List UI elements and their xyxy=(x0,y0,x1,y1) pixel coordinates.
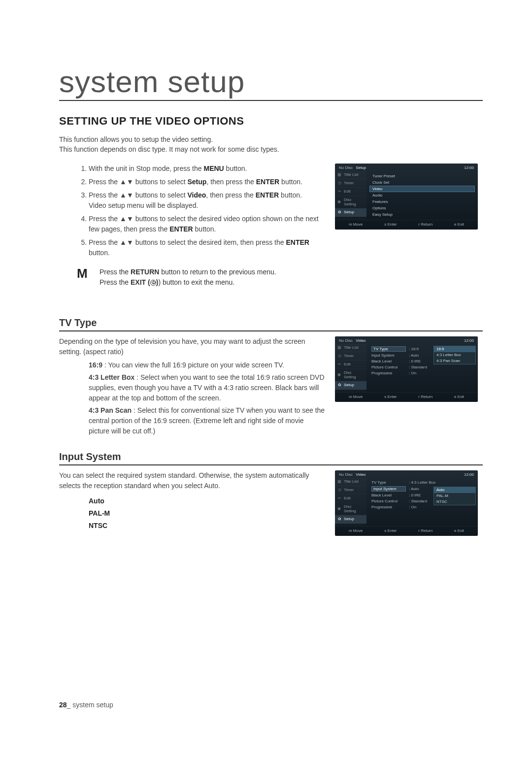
sidebar-item-discsetting[interactable]: ◉Disc Setting xyxy=(335,369,366,381)
sidebar-item-timer[interactable]: ◷Timer xyxy=(335,486,366,494)
row-val: : Auto xyxy=(409,487,419,491)
row-key: Input System xyxy=(371,486,406,492)
inputsys-opt-ntsc: NTSC xyxy=(89,520,325,532)
scissors-icon: ✂ xyxy=(337,496,342,501)
sidebar-item-timer[interactable]: ◷Timer xyxy=(335,179,366,188)
list-icon: ▦ xyxy=(337,345,342,350)
page-mega-title: system setup xyxy=(59,64,483,101)
intro-line-1: This function allows you to setup the vi… xyxy=(59,135,213,143)
foot-return: r Return xyxy=(418,395,432,399)
osd-setup-menu: No Disc Setup 12:00 ▦Title List ◷Timer ✂… xyxy=(335,164,478,230)
inputsys-opt-auto: Auto xyxy=(89,495,325,507)
sidebar-label: Disc Setting xyxy=(344,370,365,379)
osd1-item[interactable]: Audio xyxy=(369,192,475,198)
clock-icon: ◷ xyxy=(337,354,342,359)
row-key: TV Type xyxy=(371,346,406,352)
step-4-c: button. xyxy=(193,225,216,233)
foot-enter: s Enter xyxy=(384,395,397,399)
inputsys-heading: Input System xyxy=(59,451,483,465)
step-3-a: Press the ▲▼ buttons to select xyxy=(89,191,187,199)
step-1: With the unit in Stop mode, press the ME… xyxy=(89,164,325,174)
popup-opt-16-9[interactable]: 16:9 xyxy=(434,346,475,352)
foot-exit: e Exit xyxy=(454,528,464,533)
sidebar-item-titlelist[interactable]: ▦Title List xyxy=(335,171,366,179)
note-2-a: Press the xyxy=(100,278,131,286)
disc-icon: ◉ xyxy=(337,506,342,511)
osd1-list: Tuner Preset Clock Set Video Audio Featu… xyxy=(369,173,475,218)
osd2-row-progressive[interactable]: Progressive: On xyxy=(369,370,475,376)
exit-icon: ⏻ xyxy=(150,280,156,286)
osd1-item-selected[interactable]: Video xyxy=(369,186,475,192)
note-return: RETURN xyxy=(131,268,159,276)
sidebar-label: Timer xyxy=(344,181,354,185)
row-val: : 0 IRE xyxy=(409,359,421,363)
osd1-item[interactable]: Features xyxy=(369,198,475,205)
sidebar-label: Title List xyxy=(344,479,359,484)
row-val: : 4:3 Letter Box xyxy=(409,480,435,485)
row-val: : On xyxy=(409,371,416,375)
row-val: : On xyxy=(409,505,416,509)
gear-icon: ✿ xyxy=(337,210,342,215)
sidebar-item-edit[interactable]: ✂Edit xyxy=(335,188,366,196)
osd-inputsystem: No Disc Video 12:00 ▦Title List ◷Timer ✂… xyxy=(335,470,478,536)
inputsys-opt-palm: PAL-M xyxy=(89,507,325,520)
step-5-enter: ENTER xyxy=(286,238,309,246)
step-5-c: button. xyxy=(89,249,110,257)
disc-icon: ◉ xyxy=(337,372,342,377)
sidebar-item-titlelist[interactable]: ▦Title List xyxy=(335,478,366,486)
popup-opt-ntsc[interactable]: NTSC xyxy=(434,499,475,505)
step-2-setup: Setup xyxy=(187,178,206,186)
foot-return: r Return xyxy=(418,528,432,533)
osd3-row-tvtype[interactable]: TV Type: 4:3 Letter Box xyxy=(369,480,475,486)
popup-opt-panscan[interactable]: 4:3 Pan Scan xyxy=(434,358,475,364)
step-1-text-c: button. xyxy=(224,165,247,172)
page-footer: 28_ system setup xyxy=(59,701,113,709)
note-mark-icon: M xyxy=(77,267,91,280)
popup-opt-auto[interactable]: Auto xyxy=(434,487,475,493)
scissors-icon: ✂ xyxy=(337,189,342,194)
row-key: Black Level xyxy=(371,359,406,363)
step-5-a: Press the ▲▼ buttons to select the desir… xyxy=(89,238,286,246)
opt-val: : You can view the full 16:9 picture on … xyxy=(102,361,284,369)
sidebar-item-timer[interactable]: ◷Timer xyxy=(335,352,366,361)
osd2-row-picturecontrol[interactable]: Picture Control: Standard xyxy=(369,364,475,370)
osd1-item[interactable]: Tuner Preset xyxy=(369,173,475,179)
tvtype-intro: Depending on the type of television you … xyxy=(59,336,325,357)
row-key: TV Type xyxy=(371,480,406,485)
sidebar-item-titlelist[interactable]: ▦Title List xyxy=(335,344,366,352)
foot-enter: s Enter xyxy=(384,222,397,227)
sidebar-label: Disc Setting xyxy=(344,504,365,513)
row-val: : Standard xyxy=(409,499,427,503)
tvtype-heading: TV Type xyxy=(59,317,483,331)
step-3-enter: ENTER xyxy=(256,191,279,199)
sidebar-item-setup[interactable]: ✿Setup xyxy=(335,381,366,390)
gear-icon: ✿ xyxy=(337,383,342,388)
sidebar-label: Setup xyxy=(344,517,354,521)
sidebar-item-discsetting[interactable]: ◉Disc Setting xyxy=(335,503,366,515)
step-3-f: Video setup menu will be displayed. xyxy=(89,201,198,209)
step-2-a: Press the ▲▼ buttons to select xyxy=(89,178,187,186)
row-key: Progressive xyxy=(371,505,406,509)
row-val: : 0 IRE xyxy=(409,493,421,497)
osd1-item[interactable]: Easy Setup xyxy=(369,211,475,218)
section-intro: This function allows you to setup the vi… xyxy=(59,134,483,155)
sidebar-label: Title List xyxy=(344,172,359,177)
sidebar-item-discsetting[interactable]: ◉Disc Setting xyxy=(335,196,366,208)
sidebar-label: Edit xyxy=(344,362,351,366)
tvtype-opt-letterbox: 4:3 Letter Box : Select when you want to… xyxy=(89,372,325,403)
osd1-item[interactable]: Options xyxy=(369,205,475,211)
sidebar-item-edit[interactable]: ✂Edit xyxy=(335,494,366,503)
sidebar-item-setup[interactable]: ✿Setup xyxy=(335,515,366,524)
osd1-item[interactable]: Clock Set xyxy=(369,179,475,186)
popup-opt-letterbox[interactable]: 4:3 Letter Box xyxy=(434,352,475,358)
step-5: Press the ▲▼ buttons to select the desir… xyxy=(89,237,325,258)
sidebar-item-setup[interactable]: ✿Setup xyxy=(335,208,366,217)
row-val: : 16:9 xyxy=(409,347,419,351)
popup-opt-palm[interactable]: PAL-M xyxy=(434,493,475,499)
step-2: Press the ▲▼ buttons to select Setup, th… xyxy=(89,177,325,187)
foot-exit: e Exit xyxy=(454,222,464,227)
sidebar-item-edit[interactable]: ✂Edit xyxy=(335,361,366,369)
row-key: Black Level xyxy=(371,493,406,497)
sidebar-label: Setup xyxy=(344,383,354,387)
note-2-c: ) button to exit the menu. xyxy=(158,278,234,286)
